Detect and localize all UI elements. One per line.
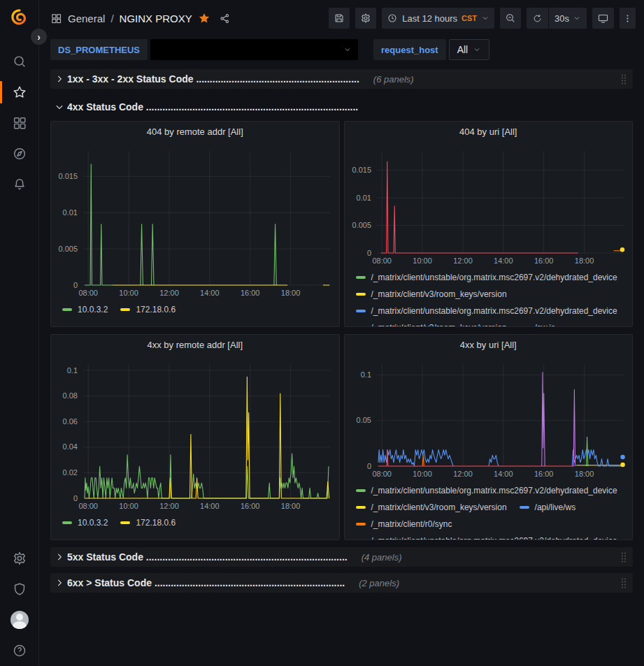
sidebar-item-server-admin[interactable] bbox=[0, 574, 38, 605]
kebab-menu-button[interactable] bbox=[620, 8, 636, 29]
row-title-dots: ........................................… bbox=[146, 551, 348, 563]
row-panel-count: (6 panels) bbox=[373, 74, 414, 85]
time-range-picker[interactable]: Last 12 hours CST bbox=[382, 8, 494, 29]
legend-item[interactable]: 10.0.3.2 bbox=[62, 301, 108, 318]
dashboard-row-5xx[interactable]: 5xx Status Code ........................… bbox=[50, 547, 633, 567]
sidebar-item-search[interactable] bbox=[0, 46, 38, 77]
timeseries-chart[interactable]: 00.0050.010.01508:0010:0012:0014:0016:00… bbox=[55, 143, 336, 299]
svg-text:0.1: 0.1 bbox=[67, 366, 78, 375]
svg-text:14:00: 14:00 bbox=[200, 502, 220, 510]
panel-legend: /_matrix/client/unstable/org.matrix.msc2… bbox=[349, 267, 629, 326]
legend-item[interactable]: /_matrix/client/v3/room_keys/version bbox=[356, 319, 507, 326]
legend-item[interactable]: /sw.js bbox=[520, 319, 555, 326]
legend-item[interactable]: 172.18.0.6 bbox=[120, 301, 176, 318]
tv-mode-button[interactable] bbox=[592, 8, 614, 29]
svg-text:08:00: 08:00 bbox=[372, 470, 392, 478]
zoom-out-button[interactable] bbox=[500, 8, 521, 29]
timeseries-chart[interactable]: 00.0050.010.01508:0010:0012:0014:0016:00… bbox=[349, 143, 629, 267]
svg-text:0: 0 bbox=[366, 462, 371, 470]
compass-icon bbox=[12, 146, 27, 161]
dashboard-row-1xx-3xx-2xx[interactable]: 1xx - 3xx - 2xx Status Code ............… bbox=[50, 69, 633, 89]
legend-item[interactable]: /_matrix/client/unstable/org.matrix.msc2… bbox=[356, 303, 617, 319]
chevron-down-icon bbox=[473, 45, 481, 54]
favorite-star-icon[interactable] bbox=[198, 12, 210, 24]
legend-item[interactable]: /_matrix/client/unstable/org.matrix.msc2… bbox=[356, 533, 617, 540]
clock-icon bbox=[387, 13, 398, 24]
sidebar-item-profile[interactable] bbox=[0, 605, 38, 635]
save-dashboard-button[interactable] bbox=[329, 8, 350, 29]
refresh-button[interactable] bbox=[527, 8, 548, 29]
breadcrumb-folder[interactable]: General bbox=[68, 13, 105, 24]
chevron-down-icon bbox=[573, 14, 581, 22]
refresh-interval-select[interactable]: 30s bbox=[549, 8, 587, 29]
svg-text:0.08: 0.08 bbox=[63, 391, 78, 400]
legend-color-swatch bbox=[120, 308, 130, 311]
panel-title[interactable]: 4xx by uri [All] bbox=[349, 335, 629, 356]
svg-text:12:00: 12:00 bbox=[453, 470, 473, 478]
svg-text:10:00: 10:00 bbox=[413, 470, 432, 478]
svg-text:10:00: 10:00 bbox=[119, 289, 138, 297]
legend-item[interactable]: /_matrix/client/unstable/org.matrix.msc2… bbox=[356, 269, 617, 286]
sidebar-item-explore[interactable] bbox=[0, 138, 38, 169]
sidebar-expand-button[interactable]: › bbox=[31, 29, 47, 45]
svg-text:14:00: 14:00 bbox=[200, 289, 220, 297]
legend-series-label: /sw.js bbox=[535, 319, 555, 326]
legend-item[interactable]: /_matrix/client/v3/room_keys/version bbox=[356, 286, 507, 303]
legend-series-label: /_matrix/client/v3/room_keys/version bbox=[371, 499, 507, 516]
row-title-dots: ........................................… bbox=[196, 73, 359, 85]
dashboard-row-4xx[interactable]: 4xx Status Code ........................… bbox=[50, 99, 633, 115]
svg-text:0.01: 0.01 bbox=[356, 194, 371, 202]
row-drag-handle[interactable] bbox=[620, 551, 629, 563]
legend-color-swatch bbox=[356, 276, 366, 279]
variable-ds-prometheus-label[interactable]: DS_PROMETHEUS bbox=[50, 39, 148, 60]
share-icon[interactable] bbox=[219, 13, 231, 24]
panel-legend: 10.0.3.2172.18.0.6 bbox=[55, 512, 335, 540]
refresh-picker: 30s bbox=[527, 8, 587, 29]
dashboard-row-6xx[interactable]: 6xx > Status Code ......................… bbox=[50, 573, 633, 593]
help-icon bbox=[12, 643, 27, 658]
svg-text:0.015: 0.015 bbox=[352, 166, 371, 174]
dashboard-settings-button[interactable] bbox=[355, 8, 376, 29]
timeseries-chart[interactable]: 00.020.040.060.080.108:0010:0012:0014:00… bbox=[55, 356, 336, 512]
legend-color-swatch bbox=[120, 521, 130, 524]
timezone-label: CST bbox=[461, 14, 477, 22]
dashboard-title[interactable]: NGINX PROXY bbox=[120, 13, 192, 24]
legend-series-label: 10.0.3.2 bbox=[78, 301, 108, 318]
gear-icon bbox=[360, 13, 371, 24]
breadcrumb: General / NGINX PROXY bbox=[50, 12, 231, 24]
sidebar-item-configuration[interactable] bbox=[0, 543, 38, 574]
sidebar-item-dashboards[interactable] bbox=[0, 108, 38, 138]
legend-item[interactable]: /_matrix/client/v3/room_keys/version bbox=[356, 499, 507, 516]
legend-item[interactable]: /_matrix/client/unstable/org.matrix.msc2… bbox=[356, 482, 617, 499]
panel-grid: 404 by remote addr [All] 00.0050.010.015… bbox=[50, 121, 633, 540]
panel-title[interactable]: 404 by uri [All] bbox=[349, 122, 629, 143]
svg-text:0.005: 0.005 bbox=[58, 245, 78, 253]
svg-text:16:00: 16:00 bbox=[534, 256, 553, 265]
breadcrumb-separator: / bbox=[110, 13, 113, 24]
row-drag-handle[interactable] bbox=[620, 577, 629, 588]
sidebar-item-starred[interactable] bbox=[0, 77, 38, 108]
row-drag-handle[interactable] bbox=[620, 73, 629, 85]
variable-ds-prometheus-select[interactable] bbox=[150, 39, 358, 60]
svg-text:0: 0 bbox=[73, 494, 78, 502]
sidebar-item-help[interactable] bbox=[0, 635, 38, 666]
legend-series-label: /_matrix/client/v3/room_keys/version bbox=[371, 319, 507, 326]
refresh-icon bbox=[532, 13, 543, 24]
chevron-down-icon bbox=[481, 14, 489, 22]
panel-title[interactable]: 4xx by remote addr [All] bbox=[55, 335, 335, 356]
sidebar-item-alerting[interactable] bbox=[0, 169, 38, 200]
svg-text:16:00: 16:00 bbox=[241, 502, 260, 510]
shield-icon bbox=[12, 581, 27, 597]
legend-item[interactable]: 172.18.0.6 bbox=[120, 514, 176, 531]
sidebar-spacer bbox=[0, 200, 38, 543]
legend-item[interactable]: 10.0.3.2 bbox=[62, 514, 108, 531]
svg-text:0: 0 bbox=[366, 249, 371, 257]
variable-request-host-label[interactable]: request_host bbox=[373, 39, 446, 60]
sidebar: › bbox=[0, 0, 39, 666]
grafana-logo-icon bbox=[9, 8, 30, 29]
legend-item[interactable]: /api/live/ws bbox=[520, 499, 576, 516]
panel-title[interactable]: 404 by remote addr [All] bbox=[55, 122, 335, 143]
legend-item[interactable]: /_matrix/client/r0/sync bbox=[356, 516, 452, 533]
timeseries-chart[interactable]: 00.050.108:0010:0012:0014:0016:0018:00 bbox=[349, 356, 629, 480]
variable-request-host-select[interactable]: All bbox=[449, 39, 490, 60]
